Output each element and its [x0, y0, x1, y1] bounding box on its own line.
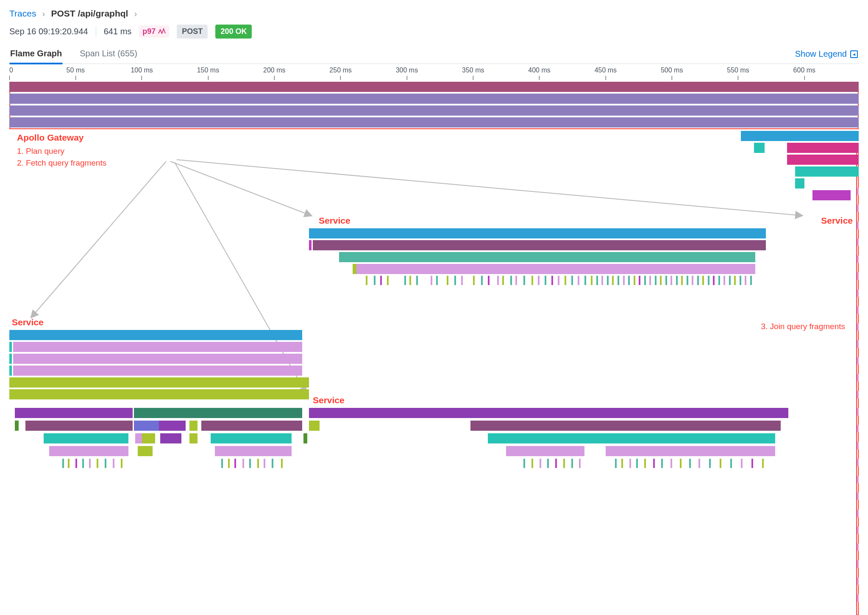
trace-span[interactable] — [134, 408, 302, 418]
trace-span[interactable] — [629, 459, 631, 468]
tab-flame-graph[interactable]: Flame Graph — [9, 44, 63, 64]
trace-span[interactable] — [62, 459, 64, 468]
trace-span[interactable] — [670, 459, 672, 468]
trace-span[interactable] — [454, 276, 456, 285]
trace-span[interactable] — [75, 459, 77, 468]
trace-span[interactable] — [857, 272, 859, 280]
trace-span[interactable] — [309, 421, 320, 431]
trace-span[interactable] — [571, 276, 573, 285]
trace-span[interactable] — [606, 446, 775, 456]
trace-span[interactable] — [734, 276, 736, 285]
trace-span[interactable] — [857, 510, 859, 517]
trace-span[interactable] — [447, 276, 448, 285]
trace-span[interactable] — [681, 276, 683, 285]
trace-span[interactable] — [698, 459, 700, 468]
trace-span[interactable] — [13, 342, 302, 352]
trace-span[interactable] — [857, 306, 859, 314]
trace-span[interactable] — [676, 276, 678, 285]
trace-span[interactable] — [762, 459, 764, 468]
trace-span[interactable] — [653, 459, 655, 468]
trace-span[interactable] — [644, 459, 646, 468]
trace-span[interactable] — [812, 190, 851, 200]
trace-span[interactable] — [639, 276, 640, 285]
trace-span[interactable] — [713, 276, 715, 285]
trace-span[interactable] — [228, 459, 230, 468]
trace-span[interactable] — [82, 459, 84, 468]
trace-span[interactable] — [353, 264, 356, 274]
trace-span[interactable] — [9, 94, 859, 104]
trace-span[interactable] — [531, 276, 533, 285]
trace-span[interactable] — [502, 276, 504, 285]
trace-span[interactable] — [15, 421, 19, 431]
trace-span[interactable] — [309, 228, 766, 238]
trace-span[interactable] — [134, 421, 159, 431]
trace-span[interactable] — [857, 357, 859, 365]
trace-span[interactable] — [201, 421, 302, 431]
trace-span[interactable] — [9, 377, 309, 388]
trace-span[interactable] — [13, 366, 302, 376]
trace-span[interactable] — [189, 421, 198, 431]
trace-span[interactable] — [309, 240, 312, 250]
trace-span[interactable] — [49, 446, 129, 456]
trace-span[interactable] — [655, 276, 657, 285]
trace-span[interactable] — [272, 459, 273, 468]
trace-span[interactable] — [697, 276, 699, 285]
trace-span[interactable] — [15, 408, 133, 418]
trace-span[interactable] — [680, 459, 682, 468]
trace-span[interactable] — [510, 276, 512, 285]
trace-span[interactable] — [720, 459, 721, 468]
trace-span[interactable] — [531, 459, 533, 468]
trace-span[interactable] — [303, 433, 307, 443]
trace-span[interactable] — [741, 131, 859, 141]
trace-span[interactable] — [636, 459, 638, 468]
percentile-badge[interactable]: p97 — [139, 25, 169, 38]
trace-span[interactable] — [723, 276, 725, 285]
trace-span[interactable] — [644, 276, 646, 285]
trace-span[interactable] — [745, 276, 746, 285]
trace-span[interactable] — [515, 276, 517, 285]
trace-span[interactable] — [481, 276, 483, 285]
trace-span[interactable] — [13, 354, 302, 364]
trace-span[interactable] — [787, 143, 859, 153]
trace-span[interactable] — [558, 276, 559, 285]
trace-span[interactable] — [579, 459, 581, 468]
trace-span[interactable] — [135, 433, 142, 443]
trace-span[interactable] — [708, 276, 709, 285]
trace-span[interactable] — [9, 105, 859, 116]
trace-span[interactable] — [9, 389, 309, 399]
trace-span[interactable] — [670, 276, 672, 285]
trace-span[interactable] — [538, 276, 540, 285]
trace-span[interactable] — [89, 459, 91, 468]
trace-span[interactable] — [257, 459, 259, 468]
trace-span[interactable] — [105, 459, 106, 468]
trace-span[interactable] — [689, 459, 691, 468]
trace-span[interactable] — [718, 276, 720, 285]
trace-span[interactable] — [551, 276, 553, 285]
trace-span[interactable] — [754, 143, 765, 153]
trace-span[interactable] — [584, 276, 586, 285]
trace-span[interactable] — [660, 276, 662, 285]
trace-span[interactable] — [9, 117, 859, 127]
trace-span[interactable] — [523, 459, 525, 468]
trace-span[interactable] — [795, 178, 804, 188]
trace-span[interactable] — [309, 408, 789, 418]
trace-span[interactable] — [741, 459, 743, 468]
trace-span[interactable] — [857, 238, 859, 246]
trace-span[interactable] — [857, 577, 859, 585]
trace-span[interactable] — [857, 205, 859, 212]
trace-span[interactable] — [264, 459, 265, 468]
trace-span[interactable] — [857, 289, 859, 297]
trace-span[interactable] — [221, 459, 223, 468]
trace-span[interactable] — [857, 255, 859, 263]
trace-span[interactable] — [571, 459, 573, 468]
trace-span[interactable] — [857, 391, 859, 399]
trace-span[interactable] — [380, 276, 382, 285]
trace-span[interactable] — [142, 433, 155, 443]
trace-span[interactable] — [44, 433, 128, 443]
trace-span[interactable] — [596, 276, 598, 285]
trace-span[interactable] — [138, 446, 152, 456]
show-legend-button[interactable]: Show Legend ◂ — [794, 45, 859, 63]
trace-span[interactable] — [751, 459, 753, 468]
trace-span[interactable] — [211, 433, 292, 443]
trace-span[interactable] — [565, 276, 566, 285]
